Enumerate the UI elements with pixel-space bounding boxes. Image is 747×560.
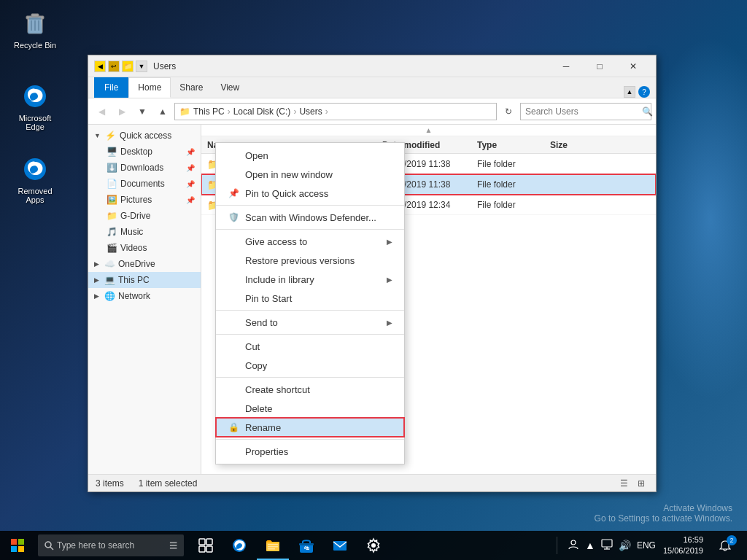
taskbar-app-explorer[interactable] (257, 531, 289, 560)
taskbar-sep (557, 537, 557, 554)
properties-icon (228, 446, 239, 457)
address-bar: ◀ ▶ ▼ ▲ 📁 This PC › Local Disk (C:) › Us… (88, 98, 656, 125)
network-taskbar-icon[interactable] (600, 537, 614, 554)
title-bar-icons: ◀ ↩ 📁 ▼ (94, 61, 147, 72)
clock-date: 15/06/2019 (663, 545, 703, 556)
taskbar-app-mail[interactable] (324, 531, 356, 560)
search-box[interactable]: 🔍 (520, 103, 651, 120)
keyboard-icon[interactable]: ENG (635, 539, 657, 552)
ctx-shortcut-label: Create shortcut (245, 384, 310, 395)
downloads-sidebar-icon: ⬇️ (106, 162, 117, 174)
col-type-header[interactable]: Type (477, 140, 550, 150)
close-button[interactable]: ✕ (616, 55, 650, 77)
ctx-delete[interactable]: Delete (216, 399, 404, 418)
ctx-cut[interactable]: Cut (216, 337, 404, 356)
desktop-icon-recycle-bin[interactable]: Recycle Bin (6, 6, 64, 52)
taskbar-app-task-view[interactable] (190, 531, 222, 560)
details-view-btn[interactable]: ☰ (616, 476, 631, 491)
ctx-open-new-window[interactable]: Open in new window (216, 165, 404, 184)
videos-sidebar-icon: 🎬 (106, 242, 117, 254)
back-button[interactable]: ◀ (93, 103, 110, 120)
taskbar-app-store[interactable]: 🛍 (290, 531, 322, 560)
minimize-button[interactable]: ─ (549, 55, 583, 77)
sidebar-item-videos[interactable]: 🎬 Videos (88, 240, 201, 256)
path-this-pc[interactable]: This PC (193, 106, 225, 117)
large-icon-view-btn[interactable]: ⊞ (634, 476, 649, 491)
ctx-sep-4 (216, 334, 404, 335)
svg-point-30 (371, 543, 376, 548)
ctx-open[interactable]: Open (216, 146, 404, 165)
sidebar-item-onedrive[interactable]: ▶ ☁️ OneDrive (88, 256, 201, 272)
pin-documents-icon: 📌 (186, 180, 195, 188)
up-button[interactable]: ▲ (154, 103, 171, 120)
ctx-include-library[interactable]: Include in library ▶ (216, 270, 404, 289)
ctx-give-access[interactable]: Give access to ▶ (216, 232, 404, 251)
recycle-bin-label: Recycle Bin (14, 41, 56, 50)
file-type-public: File folder (477, 159, 550, 169)
address-path[interactable]: 📁 This PC › Local Disk (C:) › Users › (174, 103, 497, 120)
path-users[interactable]: Users (299, 106, 322, 117)
maximize-button[interactable]: □ (583, 55, 616, 77)
ribbon-expand-btn[interactable]: ▲ (624, 86, 635, 98)
ctx-properties[interactable]: Properties (216, 442, 404, 461)
forward-button[interactable]: ▶ (113, 103, 131, 120)
taskbar-clock[interactable]: 16:59 15/06/2019 (663, 534, 703, 557)
tab-view[interactable]: View (212, 77, 248, 98)
taskbar-app-settings[interactable] (357, 531, 390, 560)
ctx-send-to[interactable]: Send to ▶ (216, 313, 404, 332)
tab-file[interactable]: File (94, 77, 128, 98)
sidebar-item-pictures[interactable]: 🖼️ Pictures 📌 (88, 192, 201, 208)
ctx-create-shortcut[interactable]: Create shortcut (216, 380, 404, 399)
sidebar-item-quick-access[interactable]: ▼ ⚡ Quick access (88, 128, 201, 144)
ctx-scan-label: Scan with Windows Defender... (245, 212, 376, 223)
back-quick-access-btn[interactable]: ◀ (94, 61, 106, 72)
ctx-sep-3 (216, 310, 404, 311)
pin-title-btn[interactable]: ▼ (136, 61, 147, 72)
ctx-scan-defender[interactable]: 🛡️ Scan with Windows Defender... (216, 208, 404, 227)
taskbar-search-input[interactable] (57, 540, 169, 551)
volume-icon[interactable]: 🔊 (617, 538, 632, 553)
music-sidebar-icon: 🎵 (106, 226, 117, 238)
tab-share[interactable]: Share (171, 77, 212, 98)
refresh-button[interactable]: ↻ (500, 103, 517, 120)
people-icon[interactable] (566, 537, 581, 554)
sidebar-item-music[interactable]: 🎵 Music (88, 224, 201, 240)
sidebar-item-this-pc[interactable]: ▶ 💻 This PC (88, 272, 201, 288)
taskbar-search[interactable] (38, 534, 184, 556)
search-input[interactable] (521, 106, 639, 117)
start-button[interactable] (0, 531, 35, 560)
status-bar: 3 items 1 item selected ☰ ⊞ (88, 474, 656, 491)
desktop-icon-edge[interactable]: Microsoft Edge (6, 79, 64, 134)
ctx-rename[interactable]: 🔒 Rename (216, 418, 404, 437)
hidden-icons-btn[interactable]: ▲ (584, 538, 597, 553)
ctx-copy[interactable]: Copy (216, 356, 404, 375)
ribbon: File Home Share View ▲ ? (88, 77, 656, 98)
sidebar-label-quick-access: Quick access (120, 131, 195, 141)
help-button[interactable]: ? (638, 86, 650, 98)
path-local-disk[interactable]: Local Disk (C:) (233, 106, 291, 117)
taskbar-apps: 🛍 (187, 531, 554, 560)
notification-button[interactable]: 2 (709, 531, 741, 560)
sidebar-item-documents[interactable]: 📄 Documents 📌 (88, 176, 201, 192)
taskbar-app-edge[interactable] (223, 531, 255, 560)
tab-home[interactable]: Home (128, 77, 171, 98)
ctx-copy-label: Copy (245, 360, 267, 371)
recent-locations-btn[interactable]: ▼ (133, 103, 151, 120)
edge-icon (20, 82, 50, 111)
sidebar-item-network[interactable]: ▶ 🌐 Network (88, 288, 201, 304)
ctx-pin-quick-access[interactable]: 📌 Pin to Quick access (216, 184, 404, 203)
undo-btn[interactable]: ↩ (108, 61, 120, 72)
library-arrow: ▶ (387, 276, 392, 284)
ctx-send-to-label: Send to (245, 317, 278, 328)
sidebar-item-desktop[interactable]: 🖥️ Desktop 📌 (88, 144, 201, 160)
this-pc-icon: 💻 (104, 274, 115, 286)
defender-icon: 🛡️ (228, 211, 239, 223)
ctx-pin-start[interactable]: Pin to Start (216, 289, 404, 308)
desktop-icon-removed-apps[interactable]: Removed Apps (6, 152, 64, 207)
sidebar-item-downloads[interactable]: ⬇️ Downloads 📌 (88, 160, 201, 176)
folder-icon-title[interactable]: 📁 (122, 61, 133, 72)
ctx-restore-versions[interactable]: Restore previous versions (216, 251, 404, 270)
sidebar-item-g-drive[interactable]: 📁 G-Drive (88, 208, 201, 224)
col-size-header[interactable]: Size (550, 140, 608, 150)
svg-rect-16 (170, 548, 177, 549)
